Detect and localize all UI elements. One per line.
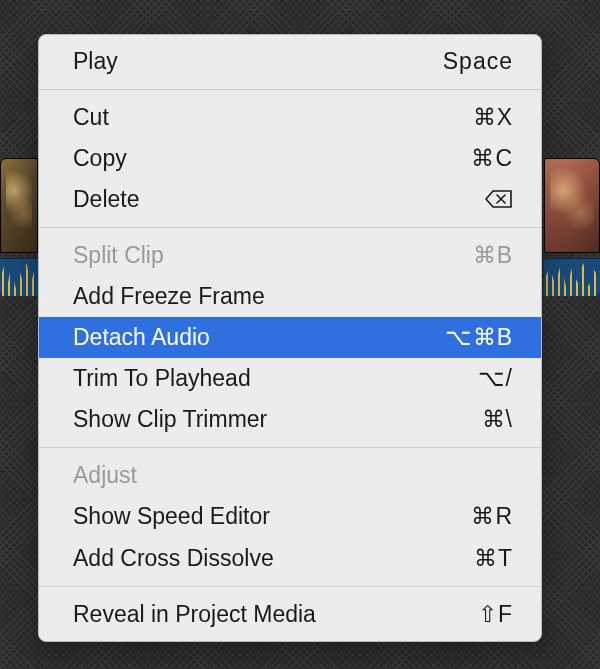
menu-item-shortcut: ⌘T <box>423 543 513 574</box>
menu-item-label: Show Clip Trimmer <box>73 404 267 435</box>
menu-separator <box>39 447 541 448</box>
menu-item-label: Show Speed Editor <box>73 501 270 532</box>
menu-item-shortcut: ⌘C <box>423 143 513 174</box>
waveform-icon <box>0 259 38 296</box>
menu-item-shortcut: ⌘\ <box>423 404 513 435</box>
menu-item-label: Cut <box>73 102 109 133</box>
clip-thumbnail-right[interactable] <box>544 158 600 253</box>
backspace-icon <box>485 189 513 209</box>
menu-item-add-freeze-frame[interactable]: Add Freeze Frame <box>39 276 541 317</box>
menu-item-label: Copy <box>73 143 127 174</box>
menu-separator <box>39 586 541 587</box>
menu-item-delete[interactable]: Delete <box>39 179 541 220</box>
clip-thumbnail-left[interactable] <box>0 158 38 253</box>
menu-item-detach-audio[interactable]: Detach Audio ⌥⌘B <box>39 317 541 358</box>
menu-item-adjust: Adjust <box>39 455 541 496</box>
menu-item-shortcut: ⌘R <box>423 501 513 532</box>
menu-item-shortcut <box>423 184 513 215</box>
menu-item-label: Delete <box>73 184 139 215</box>
menu-item-shortcut: ⌥/ <box>423 363 513 394</box>
menu-item-label: Detach Audio <box>73 322 210 353</box>
menu-item-show-speed-editor[interactable]: Show Speed Editor ⌘R <box>39 496 541 537</box>
menu-item-add-cross-dissolve[interactable]: Add Cross Dissolve ⌘T <box>39 538 541 579</box>
menu-item-trim-to-playhead[interactable]: Trim To Playhead ⌥/ <box>39 358 541 399</box>
menu-item-cut[interactable]: Cut ⌘X <box>39 97 541 138</box>
menu-item-show-clip-trimmer[interactable]: Show Clip Trimmer ⌘\ <box>39 399 541 440</box>
clip-audio-waveform-right[interactable] <box>544 258 600 296</box>
menu-item-label: Add Freeze Frame <box>73 281 265 312</box>
menu-item-shortcut: ⌘B <box>423 240 513 271</box>
menu-item-label: Split Clip <box>73 240 164 271</box>
menu-item-shortcut: ⇧F <box>423 599 513 630</box>
menu-item-shortcut: ⌥⌘B <box>423 322 513 353</box>
menu-separator <box>39 227 541 228</box>
menu-item-label: Add Cross Dissolve <box>73 543 274 574</box>
clip-audio-waveform-left[interactable] <box>0 258 38 296</box>
menu-item-shortcut: Space <box>423 46 513 77</box>
menu-item-label: Trim To Playhead <box>73 363 251 394</box>
context-menu: Play Space Cut ⌘X Copy ⌘C Delete Split C… <box>38 34 542 642</box>
menu-item-play[interactable]: Play Space <box>39 41 541 82</box>
menu-item-split-clip: Split Clip ⌘B <box>39 235 541 276</box>
menu-item-label: Adjust <box>73 460 137 491</box>
menu-item-shortcut: ⌘X <box>423 102 513 133</box>
menu-separator <box>39 89 541 90</box>
menu-item-copy[interactable]: Copy ⌘C <box>39 138 541 179</box>
menu-item-label: Reveal in Project Media <box>73 599 316 630</box>
menu-item-label: Play <box>73 46 118 77</box>
waveform-icon <box>544 259 600 296</box>
menu-item-reveal-in-project-media[interactable]: Reveal in Project Media ⇧F <box>39 594 541 635</box>
